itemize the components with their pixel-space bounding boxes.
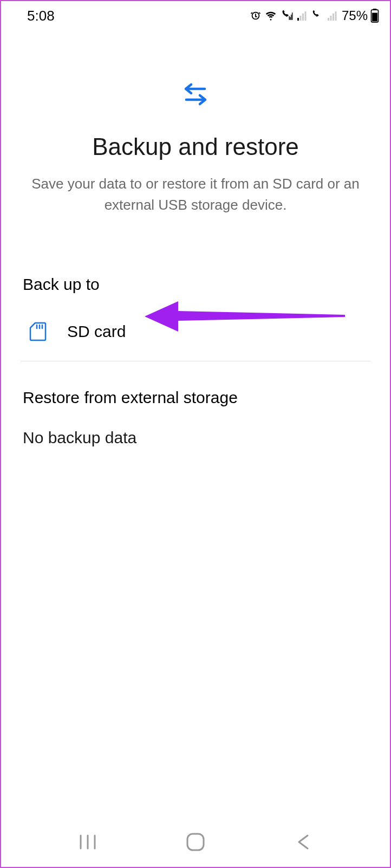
navigation-bar <box>1 825 390 867</box>
svg-rect-9 <box>335 11 336 21</box>
svg-rect-12 <box>372 13 377 22</box>
svg-text:1: 1 <box>285 14 288 17</box>
restore-body: No backup data <box>23 429 368 447</box>
content-area: Back up to SD card Restore from external… <box>1 237 390 447</box>
call-2-icon: 2 <box>310 10 324 22</box>
page-title: Backup and restore <box>23 133 368 160</box>
status-time: 5:08 <box>27 8 55 24</box>
restore-heading: Restore from external storage <box>23 388 368 407</box>
svg-rect-3 <box>302 14 304 21</box>
divider <box>21 361 370 361</box>
sd-card-label: SD card <box>67 322 126 341</box>
svg-rect-2 <box>299 16 301 21</box>
svg-text:2: 2 <box>316 14 318 17</box>
header-section: Backup and restore Save your data to or … <box>1 28 390 237</box>
signal-2-icon <box>327 10 338 21</box>
transfer-icon <box>182 82 209 106</box>
sd-card-icon <box>29 322 47 341</box>
sd-card-item[interactable]: SD card <box>23 315 368 361</box>
svg-rect-6 <box>328 18 329 21</box>
backup-heading: Back up to <box>23 275 368 294</box>
back-button[interactable] <box>276 833 330 851</box>
svg-rect-4 <box>304 11 306 21</box>
status-icons: 1 2 75% <box>250 8 379 23</box>
recents-button[interactable] <box>61 834 115 850</box>
battery-icon <box>370 9 379 23</box>
wifi-icon <box>264 10 277 22</box>
alarm-icon <box>250 10 262 22</box>
svg-rect-8 <box>333 14 334 21</box>
status-bar: 5:08 1 2 75% <box>1 1 390 28</box>
page-subtitle: Save your data to or restore it from an … <box>23 173 368 216</box>
home-button[interactable] <box>168 832 223 852</box>
svg-rect-7 <box>330 16 331 21</box>
call-1-icon: 1 <box>280 10 294 22</box>
svg-rect-1 <box>297 18 299 21</box>
svg-rect-22 <box>187 834 204 850</box>
signal-1-icon <box>297 10 308 21</box>
battery-percent: 75% <box>342 8 368 23</box>
